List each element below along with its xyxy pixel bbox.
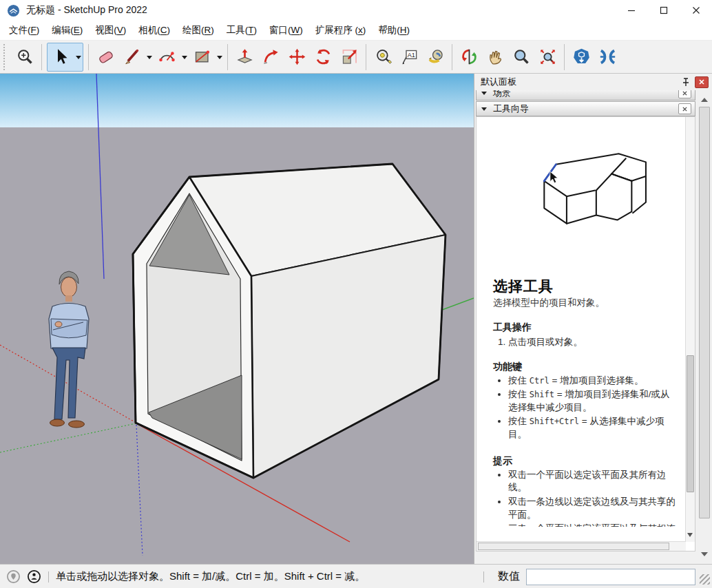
tips-list: 双击一个平面以选定该平面及其所有边线。 双击一条边线以选定该边线及与其共享的平面… <box>477 469 695 527</box>
zoom-tool-button[interactable] <box>508 43 534 71</box>
close-icon <box>699 79 704 85</box>
menu-tools[interactable]: 工具(T) <box>220 21 263 39</box>
scenes-panel-clipped: 场景 <box>476 90 695 101</box>
tray-close-button[interactable] <box>695 76 709 88</box>
scenes-panel-bar[interactable]: 场景 <box>476 90 695 101</box>
instructor-vertical-scrollbar[interactable] <box>685 117 695 542</box>
close-icon <box>691 5 702 16</box>
arc-protractor-icon <box>158 48 176 66</box>
chevron-down-icon <box>76 56 81 62</box>
follow-me-icon <box>262 48 280 66</box>
sketchup-logo-icon <box>7 4 20 17</box>
line-tool-dropdown[interactable] <box>145 43 154 71</box>
instructor-panel-bar[interactable]: 工具向导 <box>476 101 695 116</box>
status-message: 单击或拖动以选择对象。Shift = 加/减。Ctrl = 加。Shift + … <box>56 570 365 583</box>
select-tool-dropdown[interactable] <box>74 43 83 71</box>
instructor-illustration <box>529 145 671 241</box>
credit-attribution-icon[interactable] <box>27 569 41 584</box>
text-tool-button[interactable]: A1 <box>396 43 422 71</box>
operation-heading: 工具操作 <box>493 322 695 334</box>
select-arrow-icon <box>52 48 70 66</box>
tape-measure-tool-button[interactable] <box>370 43 396 71</box>
toolbar-grip[interactable] <box>3 44 8 70</box>
move-tool-button[interactable] <box>284 43 310 71</box>
menu-draw[interactable]: 绘图(R) <box>176 21 220 39</box>
menu-view[interactable]: 视图(V) <box>89 21 132 39</box>
main-area: 默认面板 场景 工具向导 <box>0 74 712 564</box>
zoom-icon <box>512 48 531 66</box>
figure-shoe-left <box>50 419 65 426</box>
follow-me-tool-button[interactable] <box>258 43 284 71</box>
close-button[interactable] <box>680 0 712 21</box>
menu-edit[interactable]: 编辑(E) <box>45 21 89 39</box>
measurements-input[interactable] <box>526 569 695 585</box>
figure-neck <box>65 295 72 302</box>
pin-button[interactable] <box>679 76 693 88</box>
eraser-tool-button[interactable] <box>92 43 118 71</box>
menu-window[interactable]: 窗口(W) <box>263 21 309 39</box>
zoom-window-button[interactable] <box>12 43 38 71</box>
rectangle-tool-dropdown[interactable] <box>215 43 224 71</box>
resize-grip[interactable] <box>700 574 710 585</box>
chevron-down-icon <box>182 56 187 62</box>
pan-tool-button[interactable] <box>482 43 508 71</box>
line-tool-button[interactable] <box>118 43 145 71</box>
scenes-panel-close-button[interactable] <box>678 90 691 98</box>
minimize-button[interactable] <box>615 0 647 21</box>
toolbar-separator <box>41 44 42 70</box>
pin-icon <box>682 78 690 87</box>
window-title: 无标题 - SketchUp Pro 2022 <box>26 4 147 17</box>
close-icon <box>682 91 687 96</box>
select-tool-button[interactable] <box>48 43 74 71</box>
measurements-label: 数值 <box>498 569 520 584</box>
figure-shoe-right <box>69 421 85 428</box>
scrollbar-thumb[interactable] <box>687 355 694 492</box>
scroll-down-arrow-icon[interactable] <box>701 552 708 560</box>
tray-header[interactable]: 默认面板 <box>474 74 712 90</box>
menu-bar: 文件(F) 编辑(E) 视图(V) 相机(C) 绘图(R) 工具(T) 窗口(W… <box>0 21 712 41</box>
geolocation-icon[interactable] <box>6 569 21 584</box>
scrollbar-thumb[interactable] <box>699 107 710 518</box>
status-bar: 单击或拖动以选择对象。Shift = 加/减。Ctrl = 加。Shift + … <box>0 564 712 588</box>
menu-camera[interactable]: 相机(C) <box>132 21 176 39</box>
tips-heading: 提示 <box>493 455 695 468</box>
viewport-canvas[interactable] <box>0 74 474 564</box>
close-icon <box>682 107 687 112</box>
instructor-content: 选择工具 选择模型中的项目和对象。 工具操作 1. 点击项目或对象。 功能键 按… <box>476 116 695 552</box>
tray-scrollbar[interactable] <box>698 92 711 563</box>
paint-bucket-tool-button[interactable] <box>422 43 448 71</box>
maximize-button[interactable] <box>647 0 680 21</box>
orbit-tool-button[interactable] <box>456 43 482 71</box>
rotate-tool-button[interactable] <box>310 43 336 71</box>
scrollbar-thumb[interactable] <box>478 543 669 550</box>
menu-extensions[interactable]: 扩展程序 (x) <box>309 21 373 39</box>
menu-file[interactable]: 文件(F) <box>3 21 45 39</box>
eraser-icon <box>96 48 115 66</box>
title-bar: 无标题 - SketchUp Pro 2022 <box>0 0 712 21</box>
scroll-down-arrow-icon[interactable] <box>687 533 693 540</box>
extension-warehouse-button[interactable] <box>594 43 620 71</box>
move-icon <box>288 48 306 66</box>
operation-step: 1. 点击项目或对象。 <box>498 336 667 348</box>
warehouse-3d-button[interactable] <box>568 43 594 71</box>
text-icon: A1 <box>400 48 419 66</box>
scale-tool-button[interactable] <box>336 43 362 71</box>
push-pull-icon <box>235 48 254 66</box>
arc-tool-button[interactable] <box>154 43 180 71</box>
toolbar-separator <box>227 44 228 70</box>
toolbar-separator <box>88 44 89 70</box>
measurements-area: 数值 <box>477 569 712 585</box>
arc-tool-dropdown[interactable] <box>180 43 189 71</box>
sky <box>0 74 474 127</box>
instructor-horizontal-scrollbar[interactable] <box>477 541 686 551</box>
menu-help[interactable]: 帮助(H) <box>372 21 416 39</box>
model-viewport[interactable] <box>0 74 474 564</box>
scroll-up-arrow-icon[interactable] <box>701 94 708 102</box>
tray-title: 默认面板 <box>481 76 516 88</box>
instructor-panel-close-button[interactable] <box>678 103 691 114</box>
select-tool-active <box>47 43 83 72</box>
scenes-panel-title: 场景 <box>493 90 511 99</box>
rectangle-tool-button[interactable] <box>189 43 215 71</box>
push-pull-tool-button[interactable] <box>231 43 258 71</box>
zoom-extents-button[interactable] <box>534 43 561 71</box>
